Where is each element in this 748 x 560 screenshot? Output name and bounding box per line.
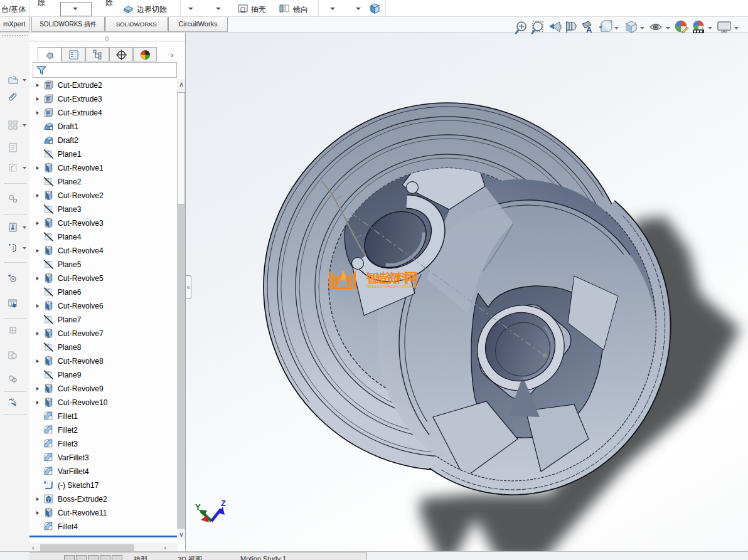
svg-text:INTELLIGENT MANUFACTURING DATA: INTELLIGENT MANUFACTURING DATA [366,284,419,288]
svg-text:Y: Y [195,502,201,512]
svg-text:智造资料网: 智造资料网 [365,271,418,285]
svg-text:Z: Z [221,499,226,508]
svg-text:A: A [586,25,592,34]
